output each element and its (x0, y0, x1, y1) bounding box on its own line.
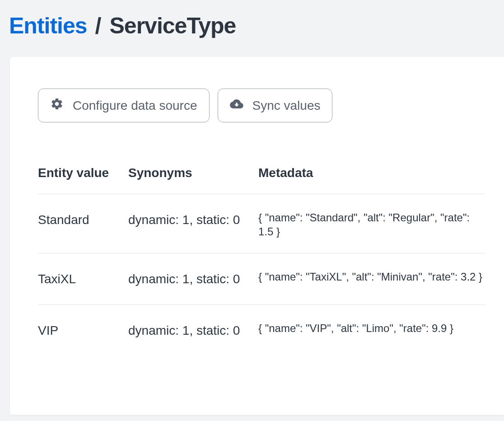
button-row: Configure data source Sync values (38, 89, 485, 122)
metadata-cell: { "name": "Standard", "alt": "Regular", … (258, 194, 485, 253)
synonyms-cell: dynamic: 1, static: 0 (128, 305, 258, 356)
entity-table: Entity value Synonyms Metadata Standard … (38, 166, 485, 356)
table-row[interactable]: VIP dynamic: 1, static: 0 { "name": "VIP… (38, 305, 485, 356)
metadata-cell: { "name": "TaxiXL", "alt": "Minivan", "r… (258, 253, 485, 305)
configure-button-label: Configure data source (73, 98, 197, 113)
table-row[interactable]: Standard dynamic: 1, static: 0 { "name":… (38, 194, 485, 253)
entity-value-cell: TaxiXL (38, 253, 128, 305)
gear-icon (50, 97, 64, 114)
breadcrumb-parent-link[interactable]: Entities (9, 13, 87, 39)
configure-data-source-button[interactable]: Configure data source (38, 89, 210, 122)
entity-value-cell: Standard (38, 194, 128, 253)
breadcrumb-separator: / (95, 13, 102, 39)
cloud-download-icon (230, 97, 243, 114)
column-header-entity: Entity value (38, 166, 128, 194)
column-header-synonyms: Synonyms (128, 166, 258, 194)
synonyms-cell: dynamic: 1, static: 0 (128, 253, 258, 305)
sync-button-label: Sync values (252, 98, 321, 113)
entity-value-cell: VIP (38, 305, 128, 356)
content-card: Configure data source Sync values Entity… (10, 57, 504, 415)
synonyms-cell: dynamic: 1, static: 0 (128, 194, 258, 253)
column-header-metadata: Metadata (258, 166, 485, 194)
breadcrumb: Entities / ServiceType (0, 0, 504, 57)
metadata-cell: { "name": "VIP", "alt": "Limo", "rate": … (258, 305, 485, 356)
sync-values-button[interactable]: Sync values (218, 89, 333, 122)
breadcrumb-current: ServiceType (110, 13, 236, 39)
table-row[interactable]: TaxiXL dynamic: 1, static: 0 { "name": "… (38, 253, 485, 305)
